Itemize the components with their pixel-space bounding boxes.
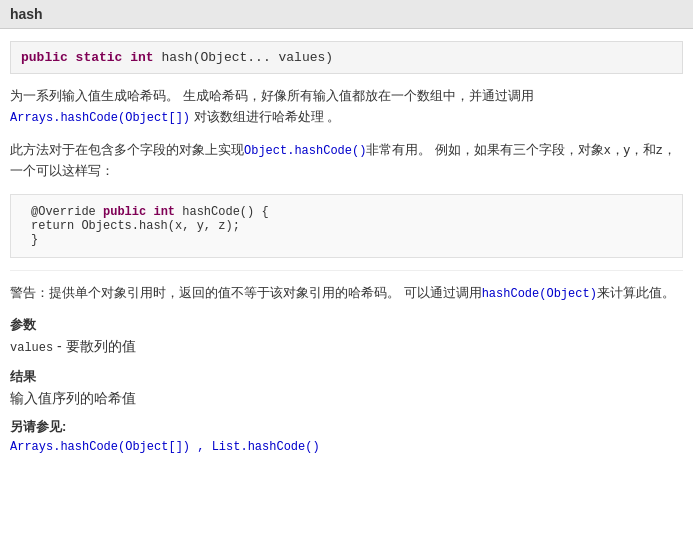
code-example: @Override public int hashCode() { return…: [10, 194, 683, 258]
description-1: 为一系列输入值生成哈希码。 生成哈希码，好像所有输入值都放在一个数组中，并通过调…: [10, 86, 683, 128]
int-keyword: int: [153, 205, 175, 219]
return-type: int: [130, 50, 153, 65]
method-params: Object... values: [200, 50, 325, 65]
hashcode-object-link[interactable]: hashCode(Object): [482, 287, 597, 301]
warning-suffix: 来计算此值。: [597, 285, 675, 300]
content-area: public static int hash(Object... values)…: [0, 29, 693, 466]
result-header: 结果: [10, 368, 683, 386]
override-annotation: @Override: [31, 205, 96, 219]
page-title: hash: [0, 0, 693, 29]
code-space3: hashCode() {: [182, 205, 268, 219]
method-name: hash: [161, 50, 192, 65]
description-2-prefix: 此方法对于在包含多个字段的对象上实现: [10, 142, 244, 157]
public-keyword: public: [103, 205, 146, 219]
description-1-suffix: 对该数组进行哈希处理 。: [194, 109, 341, 124]
arrays-hashcode-link[interactable]: Arrays.hashCode(Object[]): [10, 111, 190, 125]
see-also-links[interactable]: Arrays.hashCode(Object[]) , List.hashCod…: [10, 440, 683, 454]
method-signature: public static int hash(Object... values): [10, 41, 683, 74]
warning-section: 警告：提供单个对象引用时，返回的值不等于该对象引用的哈希码。 可以通过调用has…: [10, 270, 683, 304]
params-header: 参数: [10, 316, 683, 334]
result-desc: 输入值序列的哈希值: [10, 390, 683, 408]
description-1-text: 为一系列输入值生成哈希码。 生成哈希码，好像所有输入值都放在一个数组中，并通过调…: [10, 88, 534, 103]
code-line-2: return Objects.hash(x, y, z);: [31, 219, 662, 233]
code-line-3: }: [31, 233, 662, 247]
code-line-1: @Override public int hashCode() {: [31, 205, 662, 219]
object-hashcode-link[interactable]: Object.hashCode(): [244, 144, 366, 158]
param-entry: values - 要散列的值: [10, 338, 683, 356]
modifier-public: public static: [21, 50, 122, 65]
see-also-header: 另请参见:: [10, 418, 683, 436]
description-2: 此方法对于在包含多个字段的对象上实现Object.hashCode()非常有用。…: [10, 140, 683, 182]
param-desc: - 要散列的值: [57, 338, 136, 354]
warning-prefix: 警告：提供单个对象引用时，返回的值不等于该对象引用的哈希码。 可以通过调用: [10, 285, 482, 300]
param-name: values: [10, 341, 53, 355]
